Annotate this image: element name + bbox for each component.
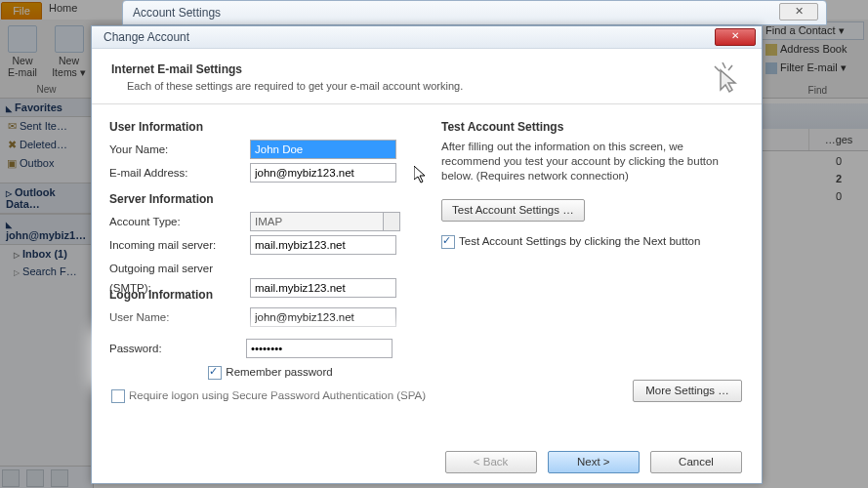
mail-switch-icon[interactable] [2, 469, 20, 487]
outgoing-server-input[interactable] [250, 278, 396, 298]
spa-label: Require logon using Secure Password Auth… [129, 389, 426, 401]
section-server-info: Server Information [109, 192, 435, 206]
section-test: Test Account Settings [441, 120, 734, 134]
file-tab[interactable]: File [1, 2, 42, 20]
close-button[interactable]: ✕ [715, 28, 756, 46]
folder-icon: ✉ [6, 120, 18, 133]
find-group: Find a Contact ▾ Address Book Filter E-m… [759, 21, 864, 96]
password-label: Password: [109, 339, 246, 358]
home-tab[interactable]: Home [49, 2, 77, 14]
section-user-info: User Information [109, 120, 435, 134]
nav-inbox[interactable]: ▷ Inbox (1) [0, 245, 93, 263]
test-next-label: Test Account Settings by clicking the Ne… [459, 235, 700, 247]
nav-footer [0, 466, 93, 488]
your-name-input[interactable] [250, 140, 396, 159]
close-icon[interactable]: ✕ [779, 3, 818, 20]
left-column: User Information Your Name: E-mail Addre… [109, 114, 435, 403]
remember-password-label: Remember password [226, 366, 332, 378]
svg-line-1 [715, 66, 720, 71]
nav-sent[interactable]: ✉Sent Ite… [0, 117, 93, 136]
email-input[interactable] [250, 163, 396, 183]
find-group-label: Find [808, 85, 827, 96]
contacts-switch-icon[interactable] [51, 469, 68, 487]
password-input[interactable] [246, 339, 393, 358]
incoming-label: Incoming mail server: [109, 235, 250, 255]
change-account-dialog: Change Account ✕ Internet E-mail Setting… [91, 25, 763, 484]
trash-icon: ✖ [6, 139, 18, 151]
test-account-button[interactable]: Test Account Settings … [441, 199, 585, 222]
nav-outbox[interactable]: ▣Outbox [0, 154, 93, 173]
nav-search[interactable]: ▷ Search F… [0, 263, 93, 280]
address-book[interactable]: Address Book [759, 40, 864, 59]
new-email-button[interactable]: New E-mail [8, 25, 37, 78]
chevron-down-icon [389, 220, 394, 224]
test-description: After filling out the information on thi… [441, 140, 734, 183]
calendar-switch-icon[interactable] [26, 469, 44, 487]
more-settings-button[interactable]: More Settings … [633, 380, 742, 402]
remember-password-checkbox[interactable] [208, 366, 222, 380]
spa-checkbox[interactable] [111, 389, 125, 403]
filter-email[interactable]: Filter E-mail ▾ [759, 59, 864, 77]
items-icon [55, 25, 84, 53]
dialog-footer: < Back Next > Cancel [437, 451, 742, 473]
nav-data-files[interactable]: ▷ Outlook Data… [0, 183, 93, 214]
funnel-icon [765, 62, 777, 74]
right-column: Test Account Settings After filling out … [441, 114, 734, 249]
mail-icon [8, 25, 37, 53]
test-next-checkbox[interactable] [441, 235, 455, 249]
group-new-label: New [0, 84, 93, 95]
cancel-button[interactable]: Cancel [650, 451, 742, 473]
banner-heading: Internet E-mail Settings [111, 62, 742, 76]
email-label: E-mail Address: [109, 163, 250, 183]
user-name-input[interactable] [250, 307, 396, 327]
banner-text: Each of these settings are required to g… [127, 80, 742, 92]
cursor-click-icon [713, 62, 740, 94]
account-type-label: Account Type: [109, 212, 250, 231]
your-name-label: Your Name: [109, 140, 250, 159]
user-name-label: User Name: [109, 307, 250, 327]
account-settings-dialog: Account Settings ✕ [122, 0, 827, 25]
dialog-title: Change Account ✕ [92, 26, 762, 49]
dialog-banner: Internet E-mail Settings Each of these s… [92, 49, 762, 104]
nav-pane: ◣ Favorites ✉Sent Ite… ✖Deleted… ▣Outbox… [0, 98, 94, 488]
new-items-button[interactable]: New Items ▾ [52, 25, 86, 78]
svg-line-2 [728, 65, 732, 70]
nav-account[interactable]: ◣ john@mybiz1… [0, 214, 93, 245]
nav-favorites[interactable]: ◣ Favorites [0, 98, 93, 117]
next-button[interactable]: Next > [548, 451, 640, 473]
password-highlight: Password: Remember password [100, 333, 441, 384]
spa-row: Require logon using Secure Password Auth… [111, 389, 435, 403]
nav-deleted[interactable]: ✖Deleted… [0, 136, 93, 154]
folder-icon: ▣ [6, 157, 18, 170]
svg-line-0 [723, 62, 725, 68]
remember-password-row: Remember password [109, 366, 432, 380]
book-icon [765, 44, 777, 56]
incoming-server-input[interactable] [250, 235, 396, 255]
account-type-select[interactable]: IMAP [250, 212, 400, 231]
dialog-title: Account Settings [123, 1, 826, 24]
back-button[interactable]: < Back [445, 451, 537, 473]
